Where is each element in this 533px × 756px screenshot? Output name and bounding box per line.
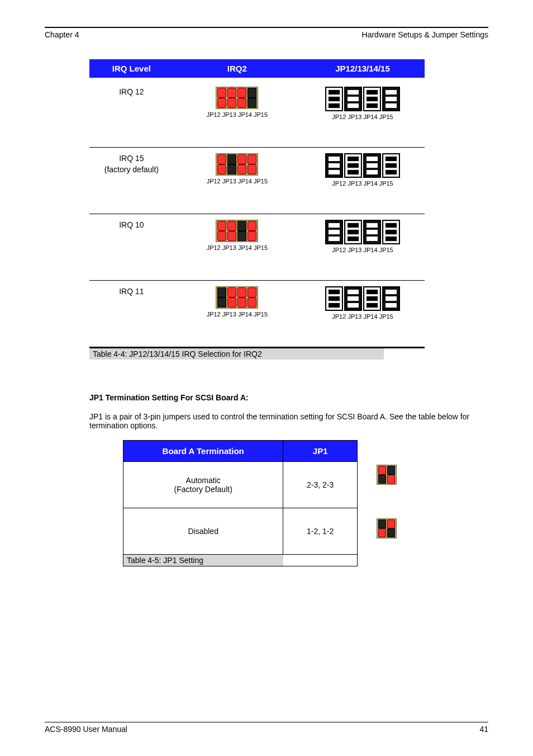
table2-caption: Table 4-5: JP1 Setting [123,555,283,566]
dip4-icon [325,153,400,178]
jumper-2x2-auto-icon [377,465,397,485]
jumper-table-2: Board A Termination JP1 Automatic(Factor… [123,440,358,566]
t1-head-irq: IRQ Level [89,59,174,78]
jumper-2x4-icon [216,153,258,176]
section-heading: JP1 Termination Setting For SCSI Board A… [89,393,488,402]
t1-row2-label: IRQ 10 [92,220,172,231]
t1-head-jp: JP12/13/14/15 [301,59,425,78]
table1-caption: Table 4-4: JP12/13/14/15 IRQ Selection f… [89,348,384,360]
header-title: Hardware Setups & Jumper Settings [362,30,488,39]
t2-head-c2: JP1 [283,441,358,462]
t2-row1-c1: Disabled [123,508,283,555]
t2-row0-c1: Automatic(Factory Default) [128,476,278,494]
t1-head-irq2: IRQ2 [174,59,301,78]
jumper-2x4-icon [216,87,258,109]
t1-row1-label: IRQ 15(factory default) [92,153,172,175]
header-chapter: Chapter 4 [45,30,79,39]
page-footer: ACS-8990 User Manual 41 [45,722,488,734]
t1-row0-sub: JP12 JP13 JP14 JP15 [176,111,298,118]
t1-row3-label: IRQ 11 [92,286,172,297]
jumper-2x4-icon [216,220,258,242]
jumper-2x2-disabled-icon [377,518,397,538]
dip4-icon [325,286,400,311]
section-body: JP1 is a pair of 3-pin jumpers used to c… [89,412,480,430]
t2-head-c1: Board A Termination [123,441,283,462]
dip4-icon [325,220,400,244]
footer-right: 41 [479,725,488,734]
t2-row1-c2: 1-2, 1-2 [283,508,358,555]
dip4-icon [325,87,400,111]
footer-left: ACS-8990 User Manual [45,725,127,734]
t2-row0-c2: 2-3, 2-3 [283,462,358,508]
t1-row0-label: IRQ 12 [92,87,172,98]
jumper-2x4-icon [216,286,258,309]
jumper-table-1: IRQ Level IRQ2 JP12/13/14/15 IRQ 12 JP12… [89,59,425,348]
